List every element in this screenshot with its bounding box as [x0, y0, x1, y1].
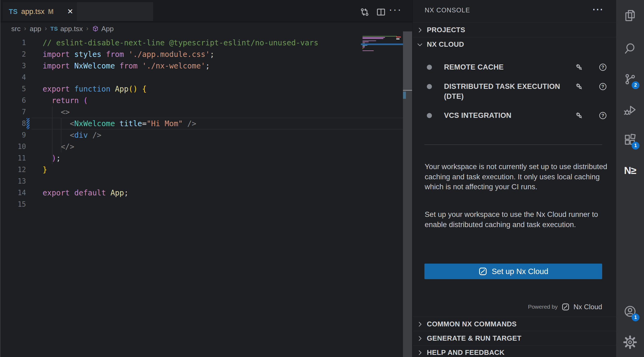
code-token: // eslint-disable-next-line @typescript-…: [43, 38, 318, 47]
chevron-right-icon: [416, 335, 424, 342]
code-token: ;: [124, 188, 128, 197]
code-text: <>: [43, 106, 70, 118]
modified-badge: M: [48, 8, 54, 16]
line-number: 6: [0, 95, 26, 106]
symbol-class-cube-icon: [92, 25, 99, 32]
section-label: HELP AND FEEDBACK: [427, 345, 505, 357]
nx-cloud-item-distributed: DISTRIBUTED TASK EXECUTION (DTE)?: [425, 81, 606, 104]
code-line[interactable]: 10 </>: [0, 141, 403, 152]
tab-bar-highlight: [77, 2, 153, 21]
code-line[interactable]: 7 <>: [0, 106, 403, 118]
tab-title: app.tsx: [21, 8, 45, 16]
settings-icon: [623, 336, 637, 349]
line-number: 9: [0, 129, 26, 141]
code-line[interactable]: 6 return (: [0, 95, 403, 106]
close-tab-icon[interactable]: ✕: [67, 7, 73, 16]
nx-cloud-item-remote: REMOTE CACHE?: [425, 61, 606, 74]
code-line[interactable]: 15: [0, 199, 403, 210]
code-text: return (: [43, 95, 88, 106]
code-line[interactable]: 2import styles from './app.module.css';: [0, 49, 403, 60]
activity-item-extensions[interactable]: 1: [621, 131, 639, 148]
badge: 1: [632, 142, 639, 150]
section-header-help-and-feedback[interactable]: HELP AND FEEDBACK: [413, 345, 616, 357]
help-icon[interactable]: ?: [598, 63, 607, 72]
code-line[interactable]: 4: [0, 72, 403, 83]
code-line[interactable]: 14export default App;: [0, 187, 403, 199]
tab-bar: TS app.tsx M ✕ ···: [0, 0, 413, 21]
code-token: />: [88, 131, 102, 140]
source-control-sync-icon[interactable]: [360, 7, 370, 17]
code-line[interactable]: 11 );: [0, 152, 403, 164]
breadcrumb-label: app: [30, 25, 41, 33]
help-icon[interactable]: ?: [598, 82, 607, 91]
status-dot-icon: [427, 65, 432, 70]
code-text: <NxWelcome title="Hi Mom" />: [43, 118, 196, 129]
powered-by-label: Powered by: [528, 304, 558, 310]
nx-cloud-item-label: REMOTE CACHE: [444, 62, 562, 72]
code-token: ;: [210, 50, 214, 59]
connect-plug-icon[interactable]: [575, 111, 584, 120]
section-header-nx-cloud[interactable]: NX CLOUD: [413, 37, 616, 52]
setup-hint-text: Set up your workspace to use the Nx Clou…: [425, 209, 608, 230]
activity-item-explorer[interactable]: [621, 7, 639, 24]
breadcrumb-label: app.tsx: [60, 25, 83, 33]
breadcrumb-item-apptsx[interactable]: TSapp.tsx: [50, 25, 83, 33]
minimap-line: [362, 38, 383, 39]
code-text: </>: [43, 141, 74, 152]
code-token: <>: [43, 108, 70, 116]
code-line[interactable]: 12}: [0, 164, 403, 176]
activity-item-source-control[interactable]: 2: [621, 71, 639, 88]
code-line[interactable]: 8 <NxWelcome title="Hi Mom" />: [0, 118, 403, 129]
activity-item-nx-console[interactable]: N≥: [621, 162, 639, 179]
panel-more-actions-icon[interactable]: ⋯: [592, 3, 604, 16]
code-token: }: [43, 165, 47, 174]
code-token: </>: [43, 142, 74, 151]
split-editor-icon[interactable]: [376, 7, 386, 17]
activity-item-search[interactable]: [621, 40, 639, 57]
breadcrumb-label: App: [101, 25, 114, 33]
line-number: 3: [0, 60, 26, 72]
editor-scrollbar-thumb[interactable]: [403, 31, 412, 91]
code-line[interactable]: 13: [0, 176, 403, 187]
help-icon[interactable]: ?: [598, 111, 607, 120]
line-number: 7: [0, 106, 26, 118]
editor-more-actions-icon[interactable]: ···: [389, 3, 402, 16]
setup-nx-cloud-button[interactable]: Set up Nx Cloud: [424, 264, 602, 279]
chevron-down-icon: [416, 41, 424, 48]
nx-cloud-icon: [561, 303, 570, 311]
section-header-generate-run-target[interactable]: GENERATE & RUN TARGET: [413, 331, 616, 345]
code-line[interactable]: 5export function App() {: [0, 83, 403, 95]
section-header-common-nx-commands[interactable]: COMMON NX COMMANDS: [413, 317, 616, 331]
breadcrumb: src›app›TSapp.tsx›App: [11, 22, 114, 35]
connect-plug-icon[interactable]: [575, 63, 584, 72]
tab-app-tsx[interactable]: TS app.tsx M ✕: [3, 2, 77, 21]
code-line[interactable]: 1// eslint-disable-next-line @typescript…: [0, 37, 403, 49]
code-token: (: [83, 96, 88, 105]
code-line[interactable]: 3import NxWelcome from './nx-welcome';: [0, 60, 403, 72]
breadcrumb-item-src[interactable]: src: [11, 25, 21, 33]
nx-console-panel: NX CONSOLE ⋯ PROJECTSNX CLOUD REMOTE CAC…: [413, 0, 616, 357]
status-dot-icon: [427, 113, 432, 118]
code-token: function: [74, 85, 115, 93]
nx-cloud-brand-label: Nx Cloud: [573, 303, 602, 311]
breadcrumb-item-app[interactable]: app: [30, 25, 41, 33]
line-number: 5: [0, 83, 26, 95]
breadcrumb-separator: ›: [24, 25, 26, 32]
breadcrumb-item-app[interactable]: App: [92, 25, 114, 33]
activity-item-accounts[interactable]: 1: [621, 303, 639, 320]
workspace-status-text: Your workspace is not currently set up t…: [425, 162, 608, 192]
activity-item-settings[interactable]: [621, 334, 639, 351]
code-token: import: [43, 61, 74, 70]
code-line[interactable]: 9 <div />: [0, 129, 403, 141]
code-token: './nx-welcome': [142, 61, 205, 70]
code-token: ): [43, 154, 56, 163]
chevron-right-icon: [416, 349, 424, 356]
connect-plug-icon[interactable]: [575, 82, 584, 91]
section-header-projects[interactable]: PROJECTS: [413, 23, 616, 37]
activity-item-run-and-debug[interactable]: [621, 101, 639, 119]
code-token: [43, 119, 70, 128]
chevron-right-icon: [416, 26, 424, 34]
powered-by: Powered by Nx Cloud: [528, 301, 602, 313]
minimap-line: [362, 43, 365, 43]
panel-title: NX CONSOLE: [425, 6, 470, 14]
